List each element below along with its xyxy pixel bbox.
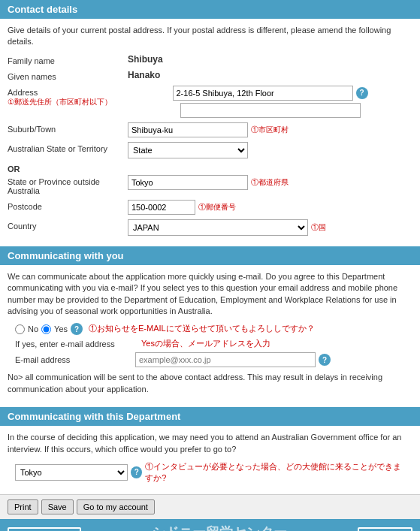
no-email-note: No> all communication will be sent to th… (8, 372, 412, 395)
previous-button[interactable]: ◄ Previous (8, 527, 81, 531)
state-outside-row: State or Province outside Australia ①都道府… (8, 175, 412, 195)
address-line2-input[interactable] (180, 103, 361, 118)
radio-no[interactable] (15, 324, 25, 334)
family-name-row: Family name Shibuya (8, 54, 412, 65)
address-fields: ? (128, 86, 412, 118)
radio-annotation: ①お知らせをE-MAILにて送らせて頂いてもよろししですか？ (89, 323, 315, 334)
address-help-icon[interactable]: ? (356, 87, 368, 99)
postcode-row: Postcode ①郵便番号 (8, 200, 412, 215)
office-annotation: ①インタビューが必要となった場合、どの大使館に来ることができますか? (145, 461, 405, 484)
postcode-label: Postcode (8, 200, 128, 211)
watermark: シドニー留学センター Sydney Study Abroad Center (152, 523, 287, 531)
postcode-input[interactable] (128, 200, 195, 215)
office-row: Tokyo ? ①インタビューが必要となった場合、どの大使館に来ることができます… (8, 461, 412, 484)
office-help-icon[interactable]: ? (131, 466, 142, 478)
aus-state-row: Australian State or Territory State ACT … (8, 142, 412, 158)
country-row: Country JAPAN ①国 (8, 219, 412, 236)
suburb-fields: ①市区町村 (128, 122, 412, 137)
suburb-row: Suburb/Town ①市区町村 (8, 122, 412, 137)
communicating-dept-header: Communicating with this Department (0, 407, 420, 426)
address-label: Address ①郵送先住所（市区町村以下） (8, 86, 128, 107)
if-yes-annotation: Yesの場合、メールアドレスを入力 (141, 338, 270, 349)
email-address-row: E-mail address ? (8, 352, 412, 367)
radio-options: No Yes ? (15, 323, 83, 335)
communicating-you-section: Communicating with you We can communicat… (0, 246, 420, 407)
communicating-you-header: Communicating with you (0, 246, 420, 265)
account-button[interactable]: Go to my account (77, 499, 155, 514)
radio-yes-label: Yes (54, 324, 68, 333)
save-button[interactable]: Save (41, 499, 74, 514)
postcode-annotation: ①郵便番号 (198, 203, 236, 212)
family-name-value: Shibuya (128, 54, 412, 65)
postcode-field: ①郵便番号 (128, 200, 412, 215)
print-button[interactable]: Print (8, 499, 38, 514)
if-yes-label: If yes, enter e-mail address (15, 339, 135, 348)
address-line1-input[interactable] (173, 86, 353, 101)
email-agree-help-icon[interactable]: ? (71, 323, 83, 335)
contact-details-section: Contact details Give details of your cur… (0, 0, 420, 246)
communicating-dept-intro: In the course of deciding this applicati… (8, 432, 412, 455)
given-names-label: Given names (8, 70, 128, 81)
aus-state-select[interactable]: State ACT NSW NT QLD SA TAS VIC WA (128, 142, 248, 158)
radio-no-label: No (28, 324, 38, 333)
state-outside-annotation: ①都道府県 (251, 178, 289, 187)
aus-state-field: State ACT NSW NT QLD SA TAS VIC WA (128, 142, 412, 158)
office-select[interactable]: Tokyo (15, 464, 128, 481)
contact-details-intro: Give details of your current postal addr… (8, 25, 412, 48)
state-outside-input[interactable] (128, 175, 248, 190)
suburb-input[interactable] (128, 122, 248, 137)
nav-bar: ◄ Previous シドニー留学センター Sydney Study Abroa… (0, 519, 420, 531)
country-field: JAPAN ①国 (128, 219, 412, 236)
next-button[interactable]: Next ► (358, 527, 412, 531)
country-select[interactable]: JAPAN (128, 219, 308, 236)
address-row: Address ①郵送先住所（市区町村以下） ? (8, 86, 412, 118)
email-address-label: E-mail address (15, 355, 135, 364)
country-label: Country (8, 219, 128, 231)
country-annotation: ①国 (311, 223, 326, 232)
family-name-label: Family name (8, 54, 128, 65)
communicating-dept-section: Communicating with this Department In th… (0, 407, 420, 494)
if-yes-row: If yes, enter e-mail address Yesの場合、メールア… (8, 338, 412, 349)
email-address-help-icon[interactable]: ? (319, 354, 331, 366)
contact-details-header: Contact details (0, 0, 420, 19)
suburb-annotation: ①市区町村 (251, 125, 289, 134)
aus-state-label: Australian State or Territory (8, 142, 128, 153)
radio-row: No Yes ? ①お知らせをE-MAILにて送らせて頂いてもよろししですか？ (8, 323, 412, 335)
radio-yes[interactable] (41, 324, 51, 334)
state-outside-label: State or Province outside Australia (8, 175, 128, 195)
suburb-label: Suburb/Town (8, 122, 128, 134)
communicating-you-intro: We can communicate about the application… (8, 271, 412, 318)
given-names-value: Hanako (128, 70, 412, 80)
state-outside-field: ①都道府県 (128, 175, 412, 190)
email-address-input[interactable] (135, 352, 316, 367)
bottom-toolbar: Print Save Go to my account (0, 494, 420, 519)
or-divider: OR (8, 163, 412, 175)
given-names-row: Given names Hanako (8, 70, 412, 81)
